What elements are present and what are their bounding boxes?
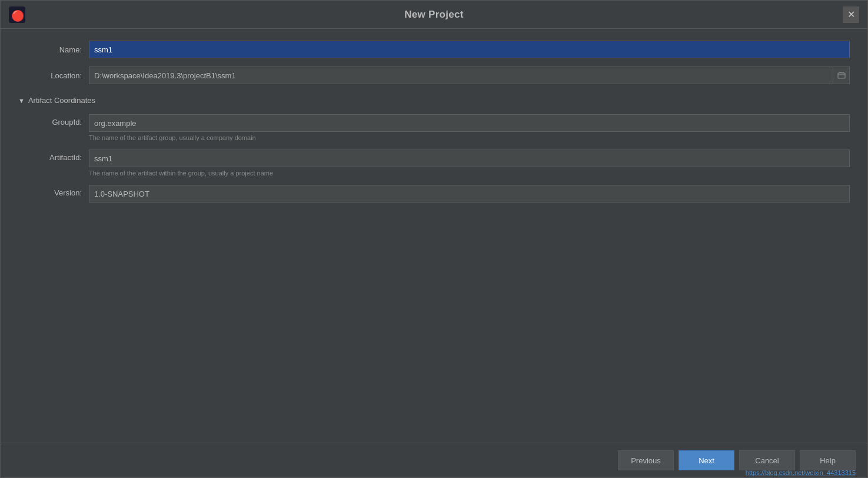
artifact-section: GroupId: The name of the artifact group,… bbox=[18, 114, 850, 203]
artifact-id-input-group: The name of the artifact within the grou… bbox=[89, 150, 850, 182]
artifact-coordinates-section-header: ▼ Artifact Coordinates bbox=[18, 96, 850, 105]
location-input[interactable] bbox=[89, 67, 833, 84]
location-browse-button[interactable] bbox=[833, 67, 850, 84]
next-button[interactable]: Next bbox=[679, 450, 734, 470]
previous-button[interactable]: Previous bbox=[618, 450, 674, 470]
group-id-input[interactable] bbox=[89, 114, 850, 132]
svg-text:🔴: 🔴 bbox=[11, 9, 25, 22]
group-id-label: GroupId: bbox=[24, 114, 89, 127]
location-label: Location: bbox=[18, 71, 89, 80]
artifact-id-hint: The name of the artifact within the grou… bbox=[89, 170, 850, 177]
title-bar: 🔴 New Project ✕ bbox=[1, 1, 867, 29]
version-label: Version: bbox=[24, 185, 89, 197]
dialog-footer: Previous Next Cancel Help https://blog.c… bbox=[1, 443, 867, 477]
svg-rect-2 bbox=[838, 73, 845, 78]
group-id-row: GroupId: The name of the artifact group,… bbox=[24, 114, 850, 147]
version-row: Version: bbox=[24, 185, 850, 203]
location-input-wrapper bbox=[89, 67, 850, 84]
group-id-input-group: The name of the artifact group, usually … bbox=[89, 114, 850, 147]
version-input[interactable] bbox=[89, 185, 850, 203]
dialog-content: Name: Location: ▼ Artifact Coordinates bbox=[1, 29, 867, 443]
location-row: Location: bbox=[18, 67, 850, 84]
artifact-id-row: ArtifactId: The name of the artifact wit… bbox=[24, 150, 850, 182]
name-label: Name: bbox=[18, 45, 89, 54]
app-logo: 🔴 bbox=[9, 6, 25, 23]
close-button[interactable]: ✕ bbox=[843, 6, 859, 23]
new-project-dialog: 🔴 New Project ✕ Name: Location: bbox=[0, 0, 868, 478]
group-id-hint: The name of the artifact group, usually … bbox=[89, 134, 850, 141]
cancel-button[interactable]: Cancel bbox=[739, 450, 795, 470]
artifact-id-label: ArtifactId: bbox=[24, 150, 89, 162]
version-input-group bbox=[89, 185, 850, 203]
artifact-toggle-icon[interactable]: ▼ bbox=[18, 97, 25, 104]
name-input[interactable] bbox=[89, 41, 850, 58]
artifact-id-input[interactable] bbox=[89, 150, 850, 167]
footer-link: https://blog.csdn.net/weixin_44313315 bbox=[746, 469, 856, 476]
artifact-coordinates-title: Artifact Coordinates bbox=[28, 96, 95, 105]
help-button[interactable]: Help bbox=[800, 450, 856, 470]
name-row: Name: bbox=[18, 41, 850, 58]
dialog-title: New Project bbox=[404, 9, 464, 21]
